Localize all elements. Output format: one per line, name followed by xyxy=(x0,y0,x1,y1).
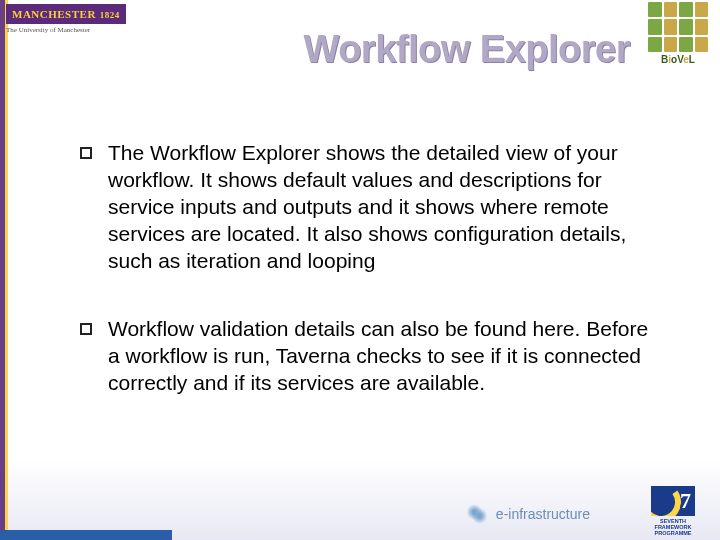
slide-footer: e-infrastructure 7 SEVENTH FRAMEWORK PRO… xyxy=(0,490,720,540)
biovel-label: BioVeL xyxy=(638,54,718,65)
biovel-logo: BioVeL xyxy=(638,2,718,82)
bullet-text: Workflow validation details can also be … xyxy=(108,316,650,397)
einfra-icon xyxy=(464,504,490,524)
bullet-text: The Workflow Explorer shows the detailed… xyxy=(108,140,650,274)
manchester-year: 1824 xyxy=(100,10,120,20)
manchester-logo: MANCHESTER1824 The University of Manches… xyxy=(6,4,136,54)
manchester-name: MANCHESTER xyxy=(12,8,96,20)
footer-accent-bar xyxy=(0,530,172,540)
slide-title: Workflow Explorer xyxy=(303,28,630,71)
fp7-flag-icon: 7 xyxy=(651,486,695,516)
manchester-badge: MANCHESTER1824 xyxy=(6,4,126,24)
list-item: Workflow validation details can also be … xyxy=(80,316,650,397)
list-item: The Workflow Explorer shows the detailed… xyxy=(80,140,650,274)
bullet-marker-icon xyxy=(80,323,92,335)
fp7-logo: 7 SEVENTH FRAMEWORK PROGRAMME xyxy=(642,486,704,536)
einfrastructure-logo: e-infrastructure xyxy=(464,504,590,524)
einfra-label: e-infrastructure xyxy=(496,506,590,522)
slide-body: The Workflow Explorer shows the detailed… xyxy=(0,110,720,397)
bullet-marker-icon xyxy=(80,147,92,159)
biovel-grid-icon xyxy=(648,2,708,52)
slide-header: MANCHESTER1824 The University of Manches… xyxy=(0,0,720,110)
fp7-line2: PROGRAMME xyxy=(642,530,704,536)
fp7-line1: SEVENTH FRAMEWORK xyxy=(642,518,704,530)
manchester-subtitle: The University of Manchester xyxy=(6,26,136,34)
